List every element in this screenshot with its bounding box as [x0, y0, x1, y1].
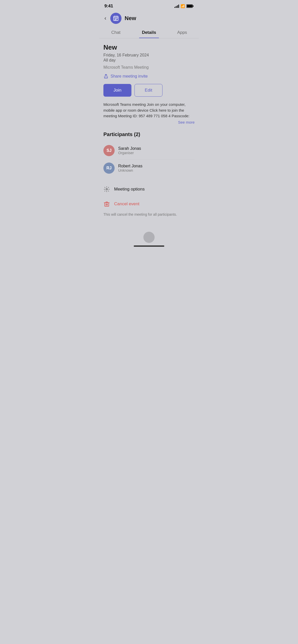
participant-item: RJ Robert Jonas Unknown [103, 159, 195, 177]
svg-rect-1 [193, 5, 194, 7]
svg-rect-11 [116, 19, 116, 20]
cancel-note: This will cancel the meeting for all par… [103, 212, 195, 222]
svg-rect-7 [115, 18, 115, 19]
wifi-icon: 📶 [181, 4, 185, 8]
participants-heading: Participants (2) [103, 131, 195, 137]
calendar-icon [113, 15, 119, 21]
content-area: New Friday, 16 February 2024 All day Mic… [99, 38, 199, 227]
home-indicator-area [99, 227, 199, 250]
cancel-event-label: Cancel event [114, 201, 139, 207]
home-bar [134, 245, 164, 247]
svg-point-12 [106, 188, 107, 190]
participant-info-rj: Robert Jonas Unknown [118, 164, 142, 172]
meeting-title: New [103, 43, 195, 51]
battery-icon [186, 4, 194, 8]
meeting-options-label: Meeting options [114, 187, 145, 192]
status-icons: 📶 [174, 4, 194, 8]
meeting-date: Friday, 16 February 2024 [103, 53, 195, 57]
gear-icon [103, 186, 110, 193]
participant-item: SJ Sarah Jonas Organiser [103, 142, 195, 159]
participant-role-rj: Unknown [118, 168, 142, 172]
participant-name-rj: Robert Jonas [118, 164, 142, 168]
tab-chat[interactable]: Chat [99, 27, 132, 38]
avatar-initials-sj: SJ [106, 148, 112, 153]
meeting-type: Microsoft Teams Meeting [103, 65, 195, 70]
options-section: Meeting options Cancel event This will c… [103, 182, 195, 222]
see-more-link[interactable]: See more [103, 120, 195, 124]
action-buttons: Join Edit [103, 84, 195, 97]
participant-avatar-sj: SJ [103, 145, 115, 156]
svg-rect-2 [187, 5, 192, 7]
meeting-allday: All day [103, 58, 195, 63]
trash-icon [103, 201, 110, 207]
svg-rect-10 [115, 19, 115, 20]
status-time: 9:41 [104, 4, 113, 9]
home-pill [143, 232, 155, 243]
avatar [110, 13, 121, 24]
cancel-event-item[interactable]: Cancel event [103, 197, 195, 211]
status-bar: 9:41 📶 [99, 0, 199, 11]
participant-name-sj: Sarah Jonas [118, 146, 141, 151]
participant-info-sj: Sarah Jonas Organiser [118, 146, 141, 155]
signal-icon [174, 4, 179, 8]
svg-rect-9 [117, 18, 117, 19]
tab-apps[interactable]: Apps [166, 27, 199, 38]
tab-details[interactable]: Details [132, 27, 166, 38]
svg-rect-8 [116, 18, 116, 19]
participant-role-sj: Organiser [118, 151, 141, 155]
tabs-container: Chat Details Apps [99, 27, 199, 38]
share-icon [103, 74, 109, 79]
meeting-options-item[interactable]: Meeting options [103, 182, 195, 197]
share-invite-link[interactable]: Share meeting invite [103, 74, 195, 79]
header-title: New [125, 15, 136, 22]
back-button[interactable]: ‹ [103, 14, 107, 23]
share-invite-label: Share meeting invite [111, 74, 148, 79]
participant-avatar-rj: RJ [103, 163, 115, 174]
edit-button[interactable]: Edit [134, 84, 162, 97]
avatar-initials-rj: RJ [106, 166, 112, 170]
meeting-description: Microsoft Teams meeting Join on your com… [103, 102, 195, 119]
header: ‹ New [99, 11, 199, 27]
join-button[interactable]: Join [103, 84, 131, 97]
